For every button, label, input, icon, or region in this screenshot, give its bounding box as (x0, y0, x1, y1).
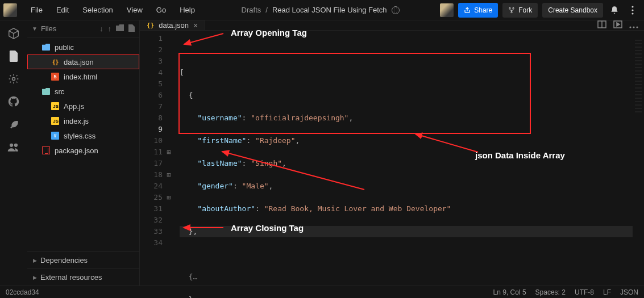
more-horizontal-icon[interactable] (629, 21, 638, 30)
code-body[interactable]: [ { "username": "officialrajdeepsingh", … (174, 31, 644, 298)
svg-point-5 (631, 12, 633, 14)
tab-bar: {} data.json × (140, 20, 644, 31)
file-index-html[interactable]: index.html (27, 69, 139, 84)
section-label: External resources (40, 273, 102, 282)
json-file-icon: {} (147, 22, 154, 29)
github-icon[interactable] (7, 95, 20, 108)
new-folder-icon[interactable] (116, 24, 124, 33)
globe-icon[interactable] (392, 6, 400, 14)
share-button[interactable]: Share (458, 3, 498, 18)
status-hash[interactable]: 02ccdad34 (6, 288, 39, 296)
folder-public[interactable]: public (27, 40, 139, 54)
menu-help[interactable]: Help (174, 2, 201, 18)
upload-icon[interactable]: ↑ (108, 24, 112, 33)
notifications-icon[interactable] (608, 6, 621, 15)
svg-point-2 (511, 11, 513, 13)
menu-view[interactable]: View (121, 2, 148, 18)
app-logo[interactable] (0, 0, 20, 20)
main-menu: File Edit Selection View Go Help (20, 2, 201, 18)
breadcrumb-sep: / (265, 6, 268, 14)
file-tree: public data.json index.html src App.js i… (27, 37, 139, 251)
chevron-down-icon: ▼ (32, 26, 38, 32)
share-label: Share (474, 6, 492, 14)
breadcrumb-title[interactable]: Read Local JSON File Using Fetch (272, 6, 387, 14)
menu-file[interactable]: File (25, 2, 48, 18)
fold-expand-icon[interactable]: ⊞ (166, 192, 172, 203)
json-file-icon (51, 58, 59, 66)
close-icon[interactable]: × (193, 21, 198, 30)
deploy-rocket-icon[interactable] (7, 118, 20, 131)
minimap[interactable] (633, 37, 644, 286)
svg-point-13 (629, 26, 631, 28)
line-gutter: 1 2 3 4 5 6 7 8 9 10 11⊞ 17 18⊞ 24 25⊞ 3… (140, 31, 174, 298)
fold-expand-icon[interactable]: ⊞ (166, 146, 172, 158)
svg-point-4 (631, 9, 633, 11)
file-label: App.js (64, 102, 84, 111)
avatar[interactable] (440, 3, 454, 17)
folder-icon (42, 88, 50, 95)
settings-gear-icon[interactable] (7, 73, 20, 85)
file-label: index.js (64, 117, 89, 125)
topbar-actions: Share Fork Create Sandbox (440, 3, 644, 18)
npm-file-icon (42, 146, 50, 154)
folder-label: public (55, 43, 74, 52)
svg-point-7 (10, 144, 13, 147)
svg-point-1 (513, 7, 514, 9)
menu-edit[interactable]: Edit (51, 2, 74, 18)
sidebar: ▼ Files ↓ ↑ public data.json index.html … (27, 20, 140, 286)
tab-data-json[interactable]: {} data.json × (140, 20, 205, 30)
new-file-icon[interactable] (128, 24, 135, 33)
code-area[interactable]: 1 2 3 4 5 6 7 8 9 10 11⊞ 17 18⊞ 24 25⊞ 3… (140, 31, 644, 298)
folder-icon (42, 44, 50, 51)
svg-point-3 (631, 6, 633, 7)
file-label: package.json (55, 146, 98, 155)
fork-button[interactable]: Fork (502, 3, 538, 18)
share-icon (464, 7, 471, 14)
breadcrumb: Drafts / Read Local JSON File Using Fetc… (201, 6, 440, 14)
tab-label: data.json (159, 21, 189, 30)
folder-src[interactable]: src (27, 84, 139, 99)
js-file-icon (51, 117, 59, 125)
sidebar-files-header[interactable]: ▼ Files ↓ ↑ (27, 20, 139, 37)
file-label: data.json (64, 58, 94, 66)
fork-label: Fork (518, 6, 532, 14)
file-label: index.html (64, 73, 97, 81)
sidebar-section-external[interactable]: ▶External resources (27, 268, 139, 286)
menu-go[interactable]: Go (151, 2, 172, 18)
svg-point-0 (509, 7, 511, 9)
editor: {} data.json × 1 2 3 4 5 6 7 8 9 (140, 20, 644, 286)
download-icon[interactable]: ↓ (99, 24, 103, 33)
more-icon[interactable] (626, 6, 639, 15)
section-label: Dependencies (40, 256, 88, 265)
file-app-js[interactable]: App.js (27, 99, 139, 114)
svg-line-16 (184, 33, 223, 44)
create-sandbox-button[interactable]: Create Sandbox (542, 3, 603, 18)
svg-marker-12 (617, 23, 620, 26)
explorer-cube-icon[interactable] (7, 27, 20, 40)
js-file-icon (51, 102, 59, 110)
preview-icon[interactable] (613, 20, 622, 30)
css-file-icon (51, 132, 59, 140)
svg-point-6 (13, 78, 15, 81)
fork-icon (508, 7, 515, 14)
main-area: ▼ Files ↓ ↑ public data.json index.html … (0, 20, 644, 286)
split-editor-icon[interactable] (597, 20, 606, 30)
svg-point-14 (633, 26, 634, 28)
file-package-json[interactable]: package.json (27, 143, 139, 158)
file-label: styles.css (64, 132, 95, 140)
file-styles-css[interactable]: styles.css (27, 128, 139, 143)
file-index-js[interactable]: index.js (27, 114, 139, 128)
chevron-right-icon: ▶ (33, 275, 37, 280)
file-data-json[interactable]: data.json (27, 54, 139, 69)
svg-point-15 (636, 26, 638, 28)
fold-expand-icon[interactable]: ⊞ (166, 169, 172, 181)
html-file-icon (51, 73, 59, 81)
menu-selection[interactable]: Selection (77, 2, 118, 18)
sidebar-section-dependencies[interactable]: ▶Dependencies (27, 251, 139, 268)
file-icon[interactable] (7, 50, 20, 62)
files-label: Files (41, 24, 99, 33)
breadcrumb-drafts[interactable]: Drafts (242, 6, 261, 14)
topbar: File Edit Selection View Go Help Drafts … (0, 0, 644, 20)
folder-label: src (55, 87, 64, 96)
live-users-icon[interactable] (7, 141, 20, 153)
